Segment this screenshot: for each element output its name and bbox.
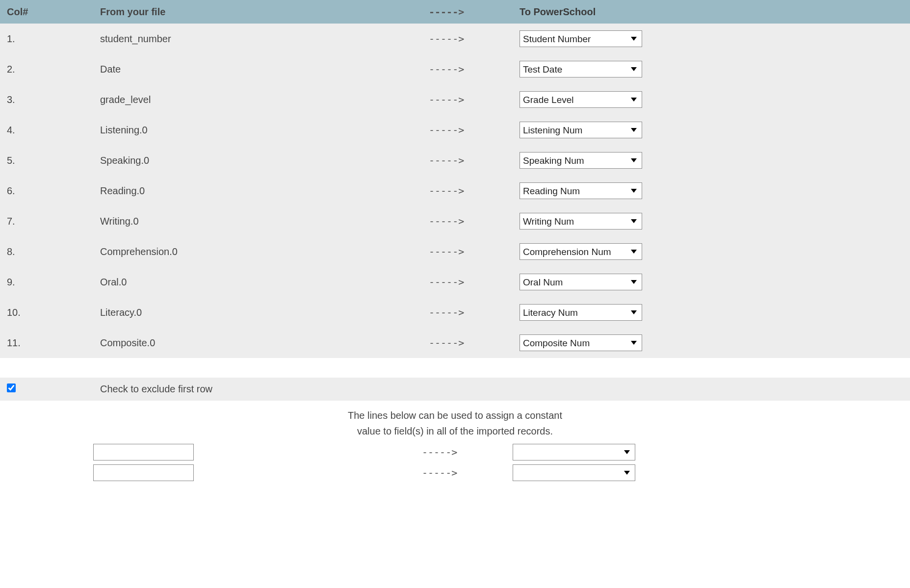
row-col-num: 5. <box>0 145 93 176</box>
mapping-table: Col# From your file -----> To PowerSchoo… <box>0 0 910 358</box>
row-to-cell: Oral Num <box>513 267 910 297</box>
arrow-icon: -----> <box>422 54 513 84</box>
row-from-field: Listening.0 <box>93 115 422 145</box>
mapping-select[interactable]: Comprehension Num <box>520 243 642 260</box>
row-col-num: 6. <box>0 176 93 206</box>
arrow-icon: -----> <box>422 145 513 176</box>
constant-row: -----> <box>0 442 910 462</box>
row-from-field: Date <box>93 54 422 84</box>
arrow-icon: -----> <box>422 84 513 115</box>
table-row: 10.Literacy.0----->Literacy Num <box>0 297 910 328</box>
row-from-field: Literacy.0 <box>93 297 422 328</box>
row-to-cell: Reading Num <box>513 176 910 206</box>
header-from: From your file <box>93 0 422 24</box>
row-to-cell: Student Number <box>513 24 910 54</box>
mapping-select[interactable]: Test Date <box>520 61 642 77</box>
arrow-icon: -----> <box>422 467 513 479</box>
constant-row: -----> <box>0 462 910 483</box>
mapping-select[interactable]: Oral Num <box>520 274 642 290</box>
row-from-field: Reading.0 <box>93 176 422 206</box>
row-to-cell: Listening Num <box>513 115 910 145</box>
constant-value-input[interactable] <box>93 444 194 460</box>
arrow-icon: -----> <box>422 115 513 145</box>
constant-value-input[interactable] <box>93 464 194 481</box>
row-to-cell: Speaking Num <box>513 145 910 176</box>
row-from-field: grade_level <box>93 84 422 115</box>
row-from-field: Writing.0 <box>93 206 422 236</box>
table-row: 5.Speaking.0----->Speaking Num <box>0 145 910 176</box>
row-col-num: 7. <box>0 206 93 236</box>
row-col-num: 10. <box>0 297 93 328</box>
header-col-num: Col# <box>0 0 93 24</box>
table-row: 3.grade_level----->Grade Level <box>0 84 910 115</box>
table-row: 2.Date----->Test Date <box>0 54 910 84</box>
row-col-num: 9. <box>0 267 93 297</box>
table-row: 9.Oral.0----->Oral Num <box>0 267 910 297</box>
arrow-icon: -----> <box>422 446 513 458</box>
table-row: 8.Comprehension.0----->Comprehension Num <box>0 236 910 267</box>
row-col-num: 11. <box>0 328 93 358</box>
row-col-num: 1. <box>0 24 93 54</box>
arrow-icon: -----> <box>422 206 513 236</box>
arrow-icon: -----> <box>422 267 513 297</box>
mapping-select[interactable]: Grade Level <box>520 91 642 108</box>
exclude-first-row-label: Check to exclude first row <box>100 383 212 395</box>
row-to-cell: Literacy Num <box>513 297 910 328</box>
row-col-num: 2. <box>0 54 93 84</box>
mapping-select[interactable]: Speaking Num <box>520 152 642 169</box>
row-to-cell: Composite Num <box>513 328 910 358</box>
constant-target-select[interactable] <box>513 444 635 460</box>
row-from-field: Comprehension.0 <box>93 236 422 267</box>
row-from-field: student_number <box>93 24 422 54</box>
mapping-select[interactable]: Listening Num <box>520 122 642 138</box>
header-arrow: -----> <box>422 0 513 24</box>
mapping-select[interactable]: Composite Num <box>520 334 642 351</box>
table-row: 1.student_number----->Student Number <box>0 24 910 54</box>
header-to: To PowerSchool <box>513 0 910 24</box>
row-to-cell: Grade Level <box>513 84 910 115</box>
exclude-first-row-section: Check to exclude first row <box>0 378 910 401</box>
row-col-num: 3. <box>0 84 93 115</box>
arrow-icon: -----> <box>422 297 513 328</box>
constant-note: The lines below can be used to assign a … <box>0 401 910 442</box>
row-from-field: Composite.0 <box>93 328 422 358</box>
row-to-cell: Comprehension Num <box>513 236 910 267</box>
mapping-select[interactable]: Reading Num <box>520 182 642 199</box>
mapping-select[interactable]: Literacy Num <box>520 304 642 321</box>
table-header-row: Col# From your file -----> To PowerSchoo… <box>0 0 910 24</box>
arrow-icon: -----> <box>422 236 513 267</box>
mapping-select[interactable]: Student Number <box>520 30 642 47</box>
table-row: 4.Listening.0----->Listening Num <box>0 115 910 145</box>
arrow-icon: -----> <box>422 24 513 54</box>
constant-note-line1: The lines below can be used to assign a … <box>0 408 910 423</box>
row-from-field: Speaking.0 <box>93 145 422 176</box>
row-to-cell: Test Date <box>513 54 910 84</box>
row-to-cell: Writing Num <box>513 206 910 236</box>
table-row: 11.Composite.0----->Composite Num <box>0 328 910 358</box>
constant-target-select[interactable] <box>513 464 635 481</box>
constant-note-line2: value to field(s) in all of the imported… <box>0 423 910 439</box>
table-row: 6.Reading.0----->Reading Num <box>0 176 910 206</box>
arrow-icon: -----> <box>422 328 513 358</box>
row-col-num: 4. <box>0 115 93 145</box>
table-row: 7.Writing.0----->Writing Num <box>0 206 910 236</box>
mapping-select[interactable]: Writing Num <box>520 213 642 230</box>
row-from-field: Oral.0 <box>93 267 422 297</box>
exclude-first-row-checkbox[interactable] <box>7 383 16 392</box>
row-col-num: 8. <box>0 236 93 267</box>
arrow-icon: -----> <box>422 176 513 206</box>
